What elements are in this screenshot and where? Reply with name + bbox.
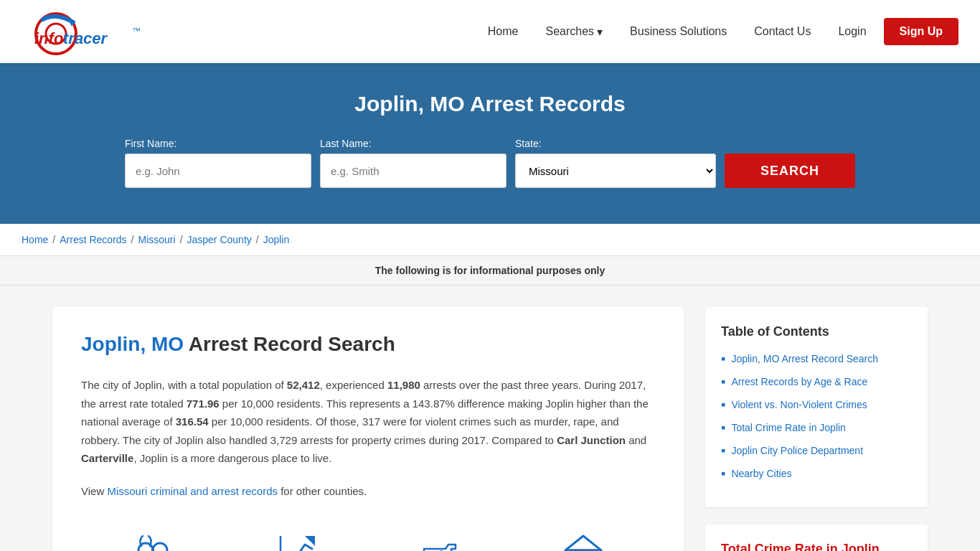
search-button[interactable]: SEARCH [725, 154, 855, 188]
hero-title: Joplin, MO Arrest Records [22, 92, 958, 116]
login-link[interactable]: Login [828, 19, 876, 44]
nat-avg-value: 316.54 [176, 415, 209, 428]
city1-value: Carl Junction [557, 434, 626, 446]
rate-value: 771.96 [187, 397, 220, 410]
gun-icon-item [368, 522, 512, 551]
toc-item-1: ▪ Arrest Records by Age & Race [721, 375, 912, 390]
breadcrumb-sep-3: / [180, 234, 183, 245]
gun-icon [418, 529, 461, 551]
crime-rate-section: Total Crime Rate in Joplin Year Crime Ra… [705, 524, 928, 551]
chevron-down-icon: ▾ [597, 25, 603, 39]
content-title-city: Joplin, MO [81, 333, 184, 355]
toc-title: Table of Contents [721, 324, 912, 339]
content-title: Joplin, MO Arrest Record Search [81, 333, 655, 356]
breadcrumb-sep-1: / [52, 234, 55, 245]
toc-bullet-0: ▪ [721, 352, 725, 367]
toc-item-5: ▪ Nearby Cities [721, 467, 912, 481]
breadcrumb-arrest-records[interactable]: Arrest Records [60, 234, 126, 245]
svg-text:info: info [34, 29, 63, 47]
content-area: Joplin, MO Arrest Record Search The city… [52, 307, 684, 551]
breadcrumb: Home / Arrest Records / Missouri / Jaspe… [22, 234, 958, 245]
house-icon-item [512, 522, 655, 551]
hero-section: Joplin, MO Arrest Records First Name: La… [0, 63, 980, 224]
toc-item-3: ▪ Total Crime Rate in Joplin [721, 421, 912, 435]
content-paragraph-2: View Missouri criminal and arrest record… [81, 482, 655, 501]
toc-link-1[interactable]: Arrest Records by Age & Race [731, 375, 867, 390]
toc-item-4: ▪ Joplin City Police Department [721, 444, 912, 458]
search-form: First Name: Last Name: State: Missouri S… [22, 138, 958, 188]
crime-rate-title: Total Crime Rate in Joplin [721, 542, 912, 551]
svg-rect-9 [151, 548, 154, 551]
chart-icon [275, 529, 318, 551]
logo-svg: info tracer ™ [22, 6, 158, 57]
toc-bullet-5: ▪ [721, 466, 725, 481]
toc-link-5[interactable]: Nearby Cities [731, 467, 791, 481]
content-paragraph-1: The city of Joplin, with a total populat… [81, 376, 655, 468]
main-container: Joplin, MO Arrest Record Search The city… [31, 286, 949, 551]
business-solutions-link[interactable]: Business Solutions [620, 19, 737, 44]
toc-bullet-4: ▪ [721, 443, 725, 458]
content-title-rest: Arrest Record Search [184, 333, 395, 355]
state-select[interactable]: Missouri [515, 154, 716, 188]
toc-link-2[interactable]: Violent vs. Non-Violent Crimes [731, 398, 867, 413]
toc-item-0: ▪ Joplin, MO Arrest Record Search [721, 352, 912, 367]
handcuffs-icon-item [81, 522, 225, 551]
svg-marker-14 [565, 536, 601, 550]
toc-list: ▪ Joplin, MO Arrest Record Search ▪ Arre… [721, 352, 912, 481]
home-link[interactable]: Home [478, 19, 529, 44]
toc-link-3[interactable]: Total Crime Rate in Joplin [731, 421, 846, 435]
disclaimer-text: The following is for informational purpo… [375, 265, 605, 276]
signup-button[interactable]: Sign Up [884, 18, 958, 45]
contact-us-link[interactable]: Contact Us [744, 19, 821, 44]
breadcrumb-home[interactable]: Home [22, 234, 48, 245]
nav-links: Home Searches ▾ Business Solutions Conta… [478, 18, 958, 45]
last-name-label: Last Name: [320, 138, 507, 149]
chart-icon-item [225, 522, 368, 551]
state-group: State: Missouri [515, 138, 716, 188]
arrests-value: 11,980 [387, 379, 420, 391]
first-name-input[interactable] [125, 154, 311, 188]
toc-link-0[interactable]: Joplin, MO Arrest Record Search [731, 352, 878, 367]
city2-value: Carterville [81, 452, 133, 464]
first-name-label: First Name: [125, 138, 311, 149]
last-name-group: Last Name: [320, 138, 507, 188]
breadcrumb-bar: Home / Arrest Records / Missouri / Jaspe… [0, 224, 980, 256]
last-name-input[interactable] [320, 154, 507, 188]
state-label: State: [515, 138, 716, 149]
house-icon [562, 529, 605, 551]
svg-point-7 [153, 543, 167, 551]
table-of-contents: Table of Contents ▪ Joplin, MO Arrest Re… [705, 307, 928, 507]
site-logo[interactable]: info tracer ™ [22, 6, 158, 57]
first-name-group: First Name: [125, 138, 311, 188]
mo-records-link[interactable]: Missouri criminal and arrest records [107, 485, 278, 497]
breadcrumb-missouri[interactable]: Missouri [138, 234, 176, 245]
breadcrumb-jasper-county[interactable]: Jasper County [187, 234, 252, 245]
toc-bullet-1: ▪ [721, 375, 725, 390]
navigation: info tracer ™ Home Searches ▾ Business S… [0, 0, 980, 63]
breadcrumb-joplin[interactable]: Joplin [263, 234, 290, 245]
disclaimer-bar: The following is for informational purpo… [0, 256, 980, 286]
icons-row [81, 522, 655, 551]
svg-text:™: ™ [132, 26, 141, 36]
handcuffs-icon [131, 529, 174, 551]
toc-item-2: ▪ Violent vs. Non-Violent Crimes [721, 398, 912, 413]
toc-link-4[interactable]: Joplin City Police Department [731, 444, 863, 458]
svg-text:tracer: tracer [63, 29, 108, 47]
toc-bullet-2: ▪ [721, 397, 725, 413]
population-value: 52,412 [287, 379, 320, 391]
breadcrumb-sep-2: / [131, 234, 134, 245]
breadcrumb-sep-4: / [256, 234, 259, 245]
sidebar: Table of Contents ▪ Joplin, MO Arrest Re… [705, 307, 928, 551]
searches-link[interactable]: Searches ▾ [535, 19, 613, 44]
toc-bullet-3: ▪ [721, 420, 725, 435]
